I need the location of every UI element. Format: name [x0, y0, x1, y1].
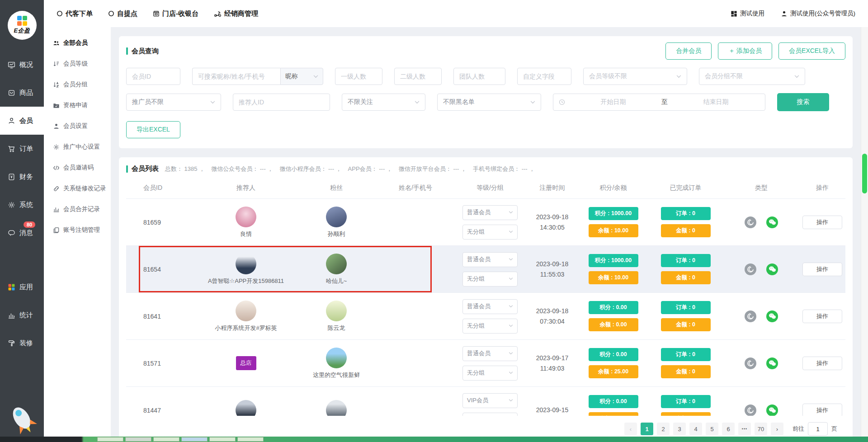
date-range-picker[interactable]: 开始日期 至 结束日期 — [553, 94, 765, 111]
excel-import-button[interactable]: 会员EXCEL导入 — [778, 42, 845, 60]
add-member-button[interactable]: ＋ 添加会员 — [718, 42, 772, 60]
submenu-item-qualification[interactable]: 资格申请 — [44, 95, 111, 116]
promoter-select[interactable]: 推广员不限 — [126, 94, 221, 111]
topnav-item-store-cashier[interactable]: 门店-收银台 — [153, 9, 198, 18]
submenu-item-all-members[interactable]: 全部会员 — [44, 33, 111, 53]
row-action-button[interactable]: 操作 — [802, 310, 842, 323]
sidebar-item-orders[interactable]: 订单 — [0, 135, 44, 163]
custom-field-input[interactable] — [517, 68, 571, 85]
member-id: 81571 — [126, 360, 194, 367]
current-user[interactable]: 测试使用(公众号管理员) — [781, 9, 855, 18]
merge-members-button[interactable]: 合并会员 — [665, 42, 712, 60]
orders-cell: 订单 : 0 金额 : 0 — [646, 348, 725, 378]
submenu-item-account-cancellation[interactable]: 账号注销管理 — [44, 220, 111, 240]
group-select[interactable]: 无分组 — [462, 225, 518, 240]
submenu-item-relation-log[interactable]: 关系链修改记录 — [44, 178, 111, 199]
submenu-item-member-levels[interactable]: 会员等级 — [44, 53, 111, 74]
vertical-scrollbar[interactable] — [861, 27, 868, 437]
level-select[interactable]: 普通会员 — [462, 299, 518, 314]
page-button-5[interactable]: 5 — [706, 423, 718, 435]
prev-page-button[interactable]: ‹ — [624, 423, 637, 435]
page-button-70[interactable]: 70 — [755, 423, 767, 435]
page-button-6[interactable]: 6 — [722, 423, 735, 435]
row-action-button[interactable]: 操作 — [802, 216, 842, 229]
member-group-select[interactable]: 会员分组不限 — [699, 68, 805, 85]
taskbar-window-thumbnails[interactable] — [97, 437, 264, 442]
follow-filter-select[interactable]: 不限关注 — [342, 94, 425, 111]
level-select[interactable]: 普通会员 — [462, 252, 518, 267]
blacklist-filter-select[interactable]: 不限黑名单 — [437, 94, 541, 111]
fan-avatar[interactable] — [326, 301, 347, 321]
submenu-item-promotion-settings[interactable]: 推广中心设置 — [44, 136, 111, 157]
sidebar-item-overview[interactable]: 概况 — [0, 51, 44, 79]
col-referrer: 推荐人 — [194, 184, 298, 192]
member-level-select[interactable]: 会员等级不限 — [583, 68, 687, 85]
group-select[interactable]: 无分组 — [462, 319, 518, 334]
referrer-avatar[interactable] — [236, 301, 256, 321]
page-button-1[interactable]: 1 — [641, 423, 653, 435]
keyword-type-select[interactable]: 昵称 — [280, 68, 323, 85]
submenu-item-merge-log[interactable]: 会员合并记录 — [44, 199, 111, 220]
submenu-item-member-groups[interactable]: 会员分组 — [44, 74, 111, 95]
level-select[interactable]: 普通会员 — [462, 346, 518, 361]
page-button-4[interactable]: 4 — [689, 423, 702, 435]
app-type-icon — [745, 310, 756, 322]
referrer-avatar[interactable] — [236, 254, 256, 274]
fan-avatar[interactable] — [326, 254, 347, 274]
sidebar-item-messages[interactable]: 消息 80 — [0, 219, 44, 247]
export-excel-button[interactable]: 导出EXCEL — [126, 121, 180, 138]
test-account-entry[interactable]: 测试使用 — [731, 9, 764, 18]
page-button-2[interactable]: 2 — [657, 423, 670, 435]
submenu-item-label: 关系链修改记录 — [63, 184, 106, 193]
sidebar-item-decoration[interactable]: 装修 — [0, 329, 44, 357]
page-ellipsis[interactable]: ••• — [738, 423, 751, 435]
referrer-cell: A曾智聪☆APP开发15986811 — [194, 254, 298, 285]
level1-count-input[interactable] — [335, 68, 382, 85]
fan-avatar[interactable] — [326, 348, 347, 368]
points-badge: 积分 : 0.00 — [589, 348, 638, 361]
sidebar-item-members[interactable]: 会员 — [0, 107, 44, 135]
level-select[interactable]: VIP会员 — [462, 393, 518, 408]
app-type-icon — [745, 216, 756, 228]
goto-page-input[interactable] — [808, 422, 828, 436]
orders-cell: 订单 : 0 金额 : 0 — [646, 207, 725, 237]
member-id-input[interactable] — [126, 68, 180, 85]
scrollbar-thumb[interactable] — [862, 154, 867, 193]
referrer-name: 良情 — [240, 230, 252, 238]
sidebar-item-finance[interactable]: 财务 — [0, 163, 44, 191]
register-time-cell: 2023-09-1711:49:03 — [524, 353, 580, 373]
page-button-3[interactable]: 3 — [673, 423, 686, 435]
referrer-id-input[interactable] — [233, 94, 330, 111]
sidebar-item-system[interactable]: 系统 — [0, 191, 44, 219]
date-to-label: 至 — [661, 98, 668, 106]
sidebar-item-apps[interactable]: 应用 — [0, 273, 44, 301]
topnav-item-dealer-management[interactable]: 经销商管理 — [214, 9, 258, 18]
submenu-item-invite-code[interactable]: 会员邀请码 — [44, 157, 111, 178]
taskbar-strip[interactable] — [0, 437, 868, 442]
referrer-cell: 良情 — [194, 207, 298, 238]
member-id: 81641 — [126, 313, 194, 320]
row-action-button[interactable]: 操作 — [802, 404, 842, 417]
level-select[interactable]: 普通会员 — [462, 205, 518, 220]
sidebar-item-goods[interactable]: 商品 — [0, 79, 44, 107]
brand-logo[interactable]: E企盈 — [0, 0, 44, 51]
fan-avatar[interactable] — [326, 207, 347, 227]
group-select[interactable]: 无分组 — [462, 272, 518, 287]
end-date-placeholder[interactable]: 结束日期 — [672, 98, 760, 106]
level2-count-input[interactable] — [394, 68, 442, 85]
topnav-item-proxy-order[interactable]: 代客下单 — [57, 9, 93, 18]
level-group-cell: 普通会员 无分组 — [456, 346, 524, 381]
next-page-button[interactable]: › — [771, 423, 783, 435]
group-select[interactable]: 无分组 — [462, 366, 518, 381]
referrer-avatar[interactable] — [236, 207, 256, 227]
search-button[interactable]: 搜索 — [777, 93, 829, 111]
row-action-button[interactable]: 操作 — [802, 357, 842, 370]
submenu-item-member-settings[interactable]: 会员设置 — [44, 116, 111, 136]
sidebar-item-statistics[interactable]: 统计 — [0, 301, 44, 329]
chevron-down-icon — [509, 211, 513, 214]
row-action-button[interactable]: 操作 — [802, 263, 842, 276]
topnav-item-pickup-point[interactable]: 自提点 — [108, 9, 137, 18]
keyword-input[interactable] — [192, 68, 280, 85]
team-count-input[interactable] — [453, 68, 505, 85]
start-date-placeholder[interactable]: 开始日期 — [570, 98, 657, 106]
